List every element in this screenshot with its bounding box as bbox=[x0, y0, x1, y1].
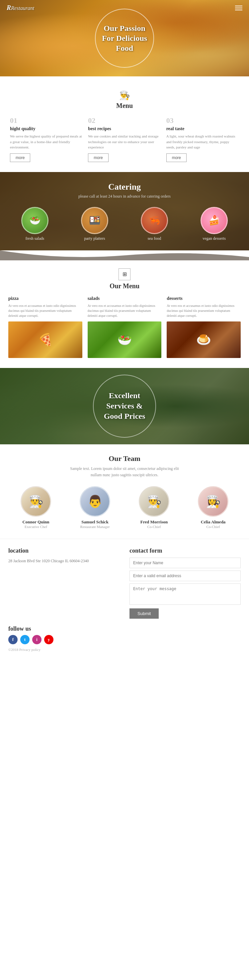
feature-1-more-button[interactable]: more bbox=[10, 153, 30, 162]
pizza-title: pizza bbox=[8, 296, 82, 301]
contact-title: contact form bbox=[130, 547, 241, 554]
catering-subtitle: please call at least 24 hours in advance… bbox=[6, 194, 243, 199]
chef-icon: 👨‍🍳 bbox=[10, 90, 239, 100]
location-title: location bbox=[8, 547, 119, 554]
feature-1: 01 hight quality We serve the highest qu… bbox=[10, 116, 82, 162]
copyright-text: ©2018 Privacy policy bbox=[8, 648, 241, 652]
twitter-icon[interactable]: t bbox=[20, 635, 30, 644]
member-3-role: Co-Chief bbox=[139, 525, 169, 529]
feature-3-number: 03 bbox=[167, 116, 239, 125]
avatar-3: 👨‍🍳 bbox=[139, 486, 169, 517]
avatar-1: 👨‍🍳 bbox=[21, 486, 51, 517]
team-section: Our Team Sample text. Lorem ipsum dolor … bbox=[0, 444, 249, 539]
catering-label-seafood: sea food bbox=[141, 236, 168, 241]
menu-grid-icon: ⊞ bbox=[119, 268, 130, 280]
follow-title: follow us bbox=[8, 625, 241, 632]
catering-item-seafood: 🦐 sea food bbox=[141, 207, 168, 241]
menu-title: Menu bbox=[10, 102, 239, 110]
catering-items: 🥗 fresh salads 🍱 party platters 🦐 sea fo… bbox=[6, 207, 243, 241]
member-4-name: Celia Almeda bbox=[198, 519, 228, 525]
team-member-2: 👨 Samuel Schick Restaurant Manager bbox=[80, 486, 110, 529]
feature-1-number: 01 bbox=[10, 116, 82, 125]
avatar-4: 👩‍🍳 bbox=[198, 486, 228, 517]
team-members: 👨‍🍳 Connor Quinn Executive Chef 👨 Samuel… bbox=[8, 486, 241, 529]
catering-section: Catering please call at least 24 hours i… bbox=[0, 172, 249, 262]
hero-title: Our Passion For Delicious Food bbox=[96, 20, 153, 56]
services-circle: Excellent Services & Good Prices bbox=[93, 375, 156, 438]
contact-message-input[interactable] bbox=[130, 584, 241, 605]
salads-title: salads bbox=[88, 296, 162, 301]
avatar-2: 👨 bbox=[80, 486, 110, 517]
desserts-image: 🍮 bbox=[167, 321, 241, 358]
feature-2-number: 02 bbox=[88, 116, 161, 125]
location-column: location 28 Jackson Blvd Ste 1020 Chicag… bbox=[8, 547, 119, 619]
salads-text: At vero eos et accusamus et iusto odio d… bbox=[88, 303, 162, 318]
our-menu-section: ⊞ Our Menu pizza At vero eos et accusamu… bbox=[0, 262, 249, 368]
hero-content: Our Passion For Delicious Food bbox=[95, 9, 154, 68]
catering-item-platters: 🍱 party platters bbox=[81, 207, 108, 241]
feature-3: 03 real taste A light, sour wheat dough … bbox=[167, 116, 239, 162]
team-subtitle: Sample text. Lorem ipsum dolor sit amet,… bbox=[68, 466, 181, 478]
member-1-role: Executive Chef bbox=[21, 525, 51, 529]
catering-label-vegan: vegan desserts bbox=[200, 236, 228, 241]
team-member-4: 👩‍🍳 Celia Almeda Co-Chief bbox=[198, 486, 228, 529]
catering-item-vegan: 🍰 vegan desserts bbox=[200, 207, 228, 241]
menu-items-container: pizza At vero eos et accusamus et iusto … bbox=[8, 296, 241, 358]
contact-name-input[interactable] bbox=[130, 558, 241, 568]
pizza-text: At vero eos et accusamus et iusto odio d… bbox=[8, 303, 82, 318]
member-4-role: Co-Chief bbox=[198, 525, 228, 529]
logo: RRestaurant bbox=[6, 4, 35, 12]
footer: location 28 Jackson Blvd Ste 1020 Chicag… bbox=[0, 539, 249, 657]
feature-3-text: A light, sour wheat dough with roasted w… bbox=[167, 134, 239, 150]
team-member-3: 👨‍🍳 Fred Morrison Co-Chief bbox=[139, 486, 169, 529]
hamburger-menu[interactable] bbox=[235, 6, 243, 10]
contact-submit-button[interactable]: Submit bbox=[130, 608, 159, 619]
contact-column: contact form Submit bbox=[130, 547, 241, 619]
instagram-icon[interactable]: i bbox=[32, 635, 41, 644]
header: RRestaurant bbox=[0, 0, 249, 16]
desserts-title: desserts bbox=[167, 296, 241, 301]
team-title: Our Team bbox=[8, 454, 241, 463]
services-title: Excellent Services & Good Prices bbox=[94, 385, 155, 427]
menu-item-salads: salads At vero eos et accusamus et iusto… bbox=[88, 296, 162, 358]
catering-item-salads: 🥗 fresh salads bbox=[21, 207, 49, 241]
menu-section: 👨‍🍳 Menu 01 hight quality We serve the h… bbox=[0, 87, 249, 169]
desserts-text: At vero eos et accusamus et iusto odio d… bbox=[167, 303, 241, 318]
hero-section: RRestaurant Our Passion For Delicious Fo… bbox=[0, 0, 249, 76]
location-address: 28 Jackson Blvd Ste 1020 Chicago IL 6060… bbox=[8, 558, 119, 564]
member-3-name: Fred Morrison bbox=[139, 519, 169, 525]
team-member-1: 👨‍🍳 Connor Quinn Executive Chef bbox=[21, 486, 51, 529]
catering-label-platters: party platters bbox=[81, 236, 108, 241]
member-1-name: Connor Quinn bbox=[21, 519, 51, 525]
social-icons: f t i y bbox=[8, 635, 241, 644]
feature-2-title: best recipes bbox=[88, 126, 161, 132]
facebook-icon[interactable]: f bbox=[8, 635, 17, 644]
feature-2-text: We use cookies and similar tracking and … bbox=[88, 134, 161, 150]
services-banner: Excellent Services & Good Prices bbox=[0, 368, 249, 444]
member-2-role: Restaurant Manager bbox=[80, 525, 110, 529]
member-2-name: Samuel Schick bbox=[80, 519, 110, 525]
youtube-icon[interactable]: y bbox=[44, 635, 54, 644]
contact-email-input[interactable] bbox=[130, 571, 241, 581]
salads-image: 🥗 bbox=[88, 321, 162, 358]
feature-1-text: We serve the highest quality of prepared… bbox=[10, 134, 82, 150]
services-content: Excellent Services & Good Prices bbox=[93, 375, 156, 438]
feature-2: 02 best recipes We use cookies and simil… bbox=[88, 116, 161, 162]
catering-title: Catering bbox=[6, 182, 243, 192]
feature-2-more-button[interactable]: more bbox=[88, 153, 108, 162]
features-container: 01 hight quality We serve the highest qu… bbox=[10, 116, 239, 162]
feature-1-title: hight quality bbox=[10, 126, 82, 132]
catering-label-salads: fresh salads bbox=[21, 236, 49, 241]
menu-item-desserts: desserts At vero eos et accusamus et ius… bbox=[167, 296, 241, 358]
feature-3-title: real taste bbox=[167, 126, 239, 132]
footer-columns: location 28 Jackson Blvd Ste 1020 Chicag… bbox=[8, 547, 241, 619]
menu-item-pizza: pizza At vero eos et accusamus et iusto … bbox=[8, 296, 82, 358]
feature-3-more-button[interactable]: more bbox=[167, 153, 187, 162]
follow-section: follow us f t i y ©2018 Privacy policy bbox=[8, 625, 241, 652]
pizza-image: 🍕 bbox=[8, 321, 82, 358]
our-menu-title: Our Menu bbox=[8, 282, 241, 290]
